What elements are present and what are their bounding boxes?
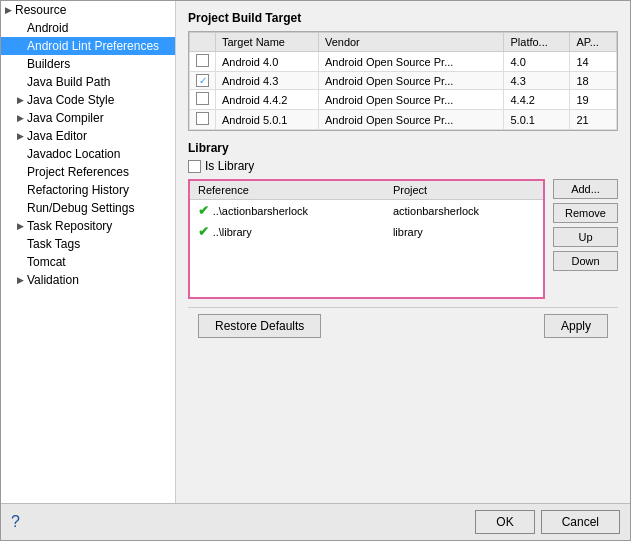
target-cell-3-2: 5.0.1 xyxy=(504,110,570,130)
build-target-title: Project Build Target xyxy=(188,11,618,25)
target-cell-3-1: Android Open Source Pr... xyxy=(318,110,504,130)
col-platform: Platfo... xyxy=(504,33,570,52)
ref-row-0[interactable]: ✔ ..\actionbarsherlockactionbarsherlock xyxy=(190,200,543,222)
is-library-checkbox[interactable] xyxy=(188,160,201,173)
target-checkbox-2[interactable] xyxy=(196,92,209,105)
target-cell-2-1: Android Open Source Pr... xyxy=(318,90,504,110)
sidebar-item-2[interactable]: Android Lint Preferences xyxy=(1,37,175,55)
sidebar-item-4[interactable]: Java Build Path xyxy=(1,73,175,91)
sidebar-item-1[interactable]: Android xyxy=(1,19,175,37)
target-row-0[interactable]: Android 4.0Android Open Source Pr...4.01… xyxy=(190,52,617,72)
arrow-icon-15: ▶ xyxy=(17,275,27,285)
ref-table-wrapper: Reference Project ✔ ..\actionbarsherlock… xyxy=(188,179,618,299)
side-buttons: Add... Remove Up Down xyxy=(553,179,618,299)
bottom-bar: Restore Defaults Apply xyxy=(188,307,618,344)
ref-project-0: actionbarsherlock xyxy=(385,200,543,222)
sidebar-item-label-10: Refactoring History xyxy=(27,183,171,197)
sidebar-item-label-7: Java Editor xyxy=(27,129,171,143)
ref-col-reference: Reference xyxy=(190,181,385,200)
sidebar-item-7[interactable]: ▶Java Editor xyxy=(1,127,175,145)
target-row-2[interactable]: Android 4.4.2Android Open Source Pr...4.… xyxy=(190,90,617,110)
apply-button[interactable]: Apply xyxy=(544,314,608,338)
sidebar-item-label-15: Validation xyxy=(27,273,171,287)
col-vendor: Vendor xyxy=(318,33,504,52)
sidebar-item-15[interactable]: ▶Validation xyxy=(1,271,175,289)
sidebar-item-label-5: Java Code Style xyxy=(27,93,171,107)
arrow-icon-0: ▶ xyxy=(5,5,15,15)
sidebar-item-3[interactable]: Builders xyxy=(1,55,175,73)
help-icon[interactable]: ? xyxy=(11,513,20,531)
dialog-footer: ? OK Cancel xyxy=(1,503,630,540)
col-checkbox xyxy=(190,33,216,52)
target-table: Target Name Vendor Platfo... AP... Andro… xyxy=(189,32,617,130)
target-cell-2-0: Android 4.4.2 xyxy=(216,90,319,110)
sidebar-item-9[interactable]: Project References xyxy=(1,163,175,181)
ref-reference-0: ✔ ..\actionbarsherlock xyxy=(190,200,385,222)
target-row-1[interactable]: ✓Android 4.3Android Open Source Pr...4.3… xyxy=(190,72,617,90)
target-cell-3-0: Android 5.0.1 xyxy=(216,110,319,130)
target-cell-1-0: Android 4.3 xyxy=(216,72,319,90)
ref-table-container: Reference Project ✔ ..\actionbarsherlock… xyxy=(188,179,545,299)
sidebar-item-label-12: Task Repository xyxy=(27,219,171,233)
col-api: AP... xyxy=(570,33,617,52)
build-target-table-container: Target Name Vendor Platfo... AP... Andro… xyxy=(188,31,618,131)
target-cell-1-2: 4.3 xyxy=(504,72,570,90)
sidebar-item-8[interactable]: Javadoc Location xyxy=(1,145,175,163)
target-cell-1-1: Android Open Source Pr... xyxy=(318,72,504,90)
ref-checkmark-0: ✔ xyxy=(198,203,213,218)
arrow-icon-12: ▶ xyxy=(17,221,27,231)
target-checkbox-3[interactable] xyxy=(196,112,209,125)
sidebar-item-label-9: Project References xyxy=(27,165,171,179)
up-button[interactable]: Up xyxy=(553,227,618,247)
ref-col-project: Project xyxy=(385,181,543,200)
target-cell-1-3: 18 xyxy=(570,72,617,90)
restore-defaults-button[interactable]: Restore Defaults xyxy=(198,314,321,338)
arrow-icon-7: ▶ xyxy=(17,131,27,141)
sidebar-item-label-4: Java Build Path xyxy=(27,75,171,89)
library-title: Library xyxy=(188,141,618,155)
col-target-name: Target Name xyxy=(216,33,319,52)
target-checkbox-1[interactable]: ✓ xyxy=(196,74,209,87)
sidebar-item-label-14: Tomcat xyxy=(27,255,171,269)
sidebar-item-label-8: Javadoc Location xyxy=(27,147,171,161)
ref-checkmark-1: ✔ xyxy=(198,224,213,239)
add-button[interactable]: Add... xyxy=(553,179,618,199)
sidebar-item-label-0: Resource xyxy=(15,3,171,17)
cancel-button[interactable]: Cancel xyxy=(541,510,620,534)
ref-reference-1: ✔ ..\library xyxy=(190,221,385,242)
sidebar-item-label-6: Java Compiler xyxy=(27,111,171,125)
sidebar: ▶ResourceAndroidAndroid Lint Preferences… xyxy=(1,1,176,503)
arrow-icon-6: ▶ xyxy=(17,113,27,123)
sidebar-item-11[interactable]: Run/Debug Settings xyxy=(1,199,175,217)
sidebar-item-label-1: Android xyxy=(27,21,171,35)
sidebar-item-label-2: Android Lint Preferences xyxy=(27,39,171,53)
target-cell-0-0: Android 4.0 xyxy=(216,52,319,72)
remove-button[interactable]: Remove xyxy=(553,203,618,223)
down-button[interactable]: Down xyxy=(553,251,618,271)
target-cell-2-2: 4.4.2 xyxy=(504,90,570,110)
sidebar-item-5[interactable]: ▶Java Code Style xyxy=(1,91,175,109)
ok-button[interactable]: OK xyxy=(475,510,534,534)
preferences-dialog: ▶ResourceAndroidAndroid Lint Preferences… xyxy=(0,0,631,541)
ref-project-1: library xyxy=(385,221,543,242)
target-cell-0-1: Android Open Source Pr... xyxy=(318,52,504,72)
sidebar-item-6[interactable]: ▶Java Compiler xyxy=(1,109,175,127)
sidebar-item-14[interactable]: Tomcat xyxy=(1,253,175,271)
sidebar-item-0[interactable]: ▶Resource xyxy=(1,1,175,19)
sidebar-item-label-13: Task Tags xyxy=(27,237,171,251)
ref-row-1[interactable]: ✔ ..\librarylibrary xyxy=(190,221,543,242)
sidebar-item-10[interactable]: Refactoring History xyxy=(1,181,175,199)
target-cell-3-3: 21 xyxy=(570,110,617,130)
sidebar-item-13[interactable]: Task Tags xyxy=(1,235,175,253)
target-cell-0-3: 14 xyxy=(570,52,617,72)
is-library-row: Is Library xyxy=(188,159,618,173)
target-checkbox-0[interactable] xyxy=(196,54,209,67)
main-content: Project Build Target Target Name Vendor … xyxy=(176,1,630,503)
sidebar-item-12[interactable]: ▶Task Repository xyxy=(1,217,175,235)
library-section: Library Is Library Reference Project xyxy=(188,141,618,299)
ref-table: Reference Project ✔ ..\actionbarsherlock… xyxy=(190,181,543,242)
sidebar-item-label-11: Run/Debug Settings xyxy=(27,201,171,215)
target-row-3[interactable]: Android 5.0.1Android Open Source Pr...5.… xyxy=(190,110,617,130)
arrow-icon-5: ▶ xyxy=(17,95,27,105)
target-cell-0-2: 4.0 xyxy=(504,52,570,72)
